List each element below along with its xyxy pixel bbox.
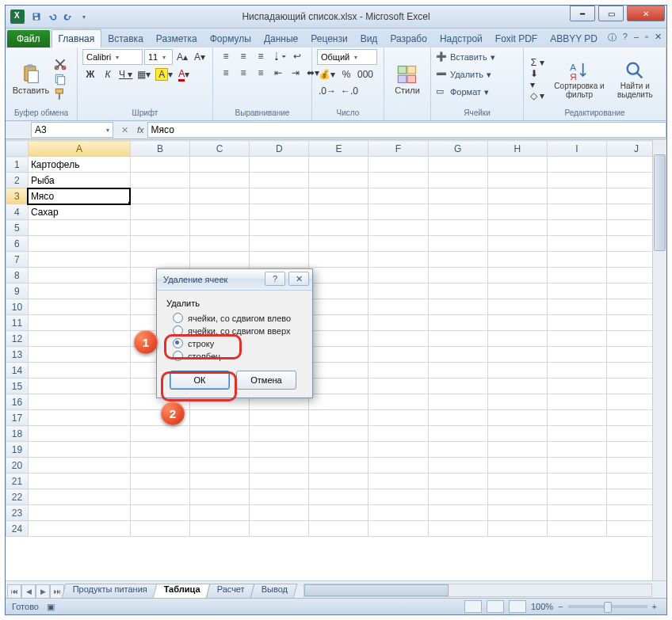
cell[interactable]: Мясо — [28, 188, 130, 204]
row-header[interactable]: 18 — [6, 426, 29, 442]
cell[interactable] — [487, 173, 547, 188]
percent-icon[interactable]: % — [338, 67, 354, 82]
column-header[interactable]: H — [487, 141, 547, 157]
cell[interactable] — [368, 283, 428, 299]
undo-icon[interactable] — [45, 10, 59, 24]
vertical-scrollbar[interactable] — [652, 140, 666, 581]
cell[interactable] — [487, 315, 547, 331]
cell[interactable]: Сахар — [28, 204, 130, 220]
cell[interactable] — [428, 426, 487, 442]
cell[interactable] — [368, 299, 428, 315]
row-header[interactable]: 24 — [6, 521, 29, 537]
copy-icon[interactable] — [53, 73, 67, 86]
dialog-close-icon[interactable]: ✕ — [288, 272, 309, 286]
cell[interactable] — [368, 426, 428, 442]
cell[interactable] — [368, 489, 428, 505]
minimize-button[interactable]: ━ — [570, 6, 595, 21]
cell[interactable] — [28, 283, 130, 299]
cell[interactable] — [428, 220, 487, 236]
dialog-titlebar[interactable]: Удаление ячеек ? ✕ — [157, 269, 312, 291]
row-header[interactable]: 9 — [6, 283, 29, 299]
cell[interactable] — [487, 521, 547, 537]
row-header[interactable]: 2 — [6, 173, 29, 188]
mdi-minimize-icon[interactable]: – — [634, 32, 639, 44]
page-layout-view-icon[interactable] — [487, 600, 504, 613]
cell[interactable] — [428, 489, 487, 505]
cell[interactable] — [547, 204, 606, 220]
cut-icon[interactable] — [53, 58, 67, 70]
align-center-icon[interactable]: ≡ — [235, 66, 251, 80]
cell[interactable] — [28, 426, 130, 442]
cell[interactable] — [487, 157, 547, 173]
cell[interactable] — [309, 331, 368, 347]
cell[interactable] — [190, 252, 250, 268]
row-header[interactable]: 21 — [6, 474, 29, 489]
cell[interactable] — [130, 220, 189, 236]
cell[interactable] — [309, 204, 368, 220]
cell[interactable]: Картофель — [28, 157, 130, 173]
cell[interactable] — [547, 410, 606, 426]
find-select-button[interactable]: Найти и выделить — [609, 58, 661, 101]
cell[interactable] — [368, 378, 428, 394]
tab-data[interactable]: Данные — [258, 30, 304, 48]
cell[interactable] — [130, 521, 189, 537]
cell[interactable] — [190, 474, 250, 489]
cell[interactable] — [309, 474, 368, 489]
ok-button[interactable]: ОК — [170, 371, 230, 390]
cell[interactable] — [309, 173, 368, 188]
row-header[interactable]: 1 — [6, 157, 29, 173]
styles-button[interactable]: Стили — [389, 62, 426, 97]
tab-nav-prev-icon[interactable]: ◀ — [21, 584, 36, 599]
cell[interactable] — [428, 505, 487, 521]
cell[interactable] — [428, 474, 487, 489]
cell[interactable] — [28, 363, 130, 378]
grow-font-icon[interactable]: A▴ — [174, 50, 190, 64]
save-icon[interactable] — [29, 10, 44, 24]
cell[interactable] — [190, 489, 250, 505]
cell[interactable] — [487, 410, 547, 426]
align-bottom-icon[interactable]: ≡ — [253, 49, 269, 63]
row-header[interactable]: 4 — [6, 204, 29, 220]
zoom-out-icon[interactable]: − — [558, 602, 563, 611]
maximize-button[interactable]: ▭ — [598, 6, 624, 21]
cell[interactable] — [309, 363, 368, 378]
cell[interactable] — [428, 204, 487, 220]
cell[interactable] — [547, 458, 606, 474]
cell[interactable] — [547, 489, 606, 505]
cell[interactable] — [547, 442, 606, 458]
tab-nav-first-icon[interactable]: ⏮ — [7, 584, 21, 599]
cell[interactable] — [309, 521, 368, 537]
cell[interactable] — [428, 363, 487, 378]
cell[interactable] — [250, 236, 309, 252]
radio-entire-row[interactable]: строку — [173, 338, 304, 348]
cell[interactable] — [250, 505, 309, 521]
align-right-icon[interactable]: ≡ — [253, 66, 269, 80]
zoom-level[interactable]: 100% — [531, 602, 553, 611]
grid[interactable]: ABCDEFGHIJ1Картофель2Рыба3Мясо4Сахар5678… — [6, 140, 666, 537]
row-header[interactable]: 5 — [6, 220, 29, 236]
cell[interactable] — [130, 252, 189, 268]
cell[interactable] — [547, 299, 606, 315]
mdi-close-icon[interactable]: ✕ — [655, 32, 662, 44]
cell[interactable] — [309, 315, 368, 331]
cancel-button[interactable]: Отмена — [236, 371, 296, 390]
cell[interactable] — [130, 173, 189, 188]
cell[interactable] — [28, 442, 130, 458]
cell[interactable] — [428, 410, 487, 426]
cell[interactable] — [250, 252, 309, 268]
cell[interactable] — [368, 458, 428, 474]
cell[interactable] — [547, 474, 606, 489]
zoom-slider[interactable] — [568, 605, 647, 608]
cell[interactable] — [190, 410, 250, 426]
radio-shift-up[interactable]: ячейки, со сдвигом вверх — [173, 325, 304, 336]
cell[interactable] — [547, 347, 606, 363]
normal-view-icon[interactable] — [464, 600, 482, 613]
redo-icon[interactable] — [61, 10, 75, 24]
cell[interactable] — [309, 442, 368, 458]
cell[interactable] — [190, 204, 250, 220]
column-header[interactable]: D — [250, 141, 309, 157]
sheet-tab[interactable]: Таблица — [153, 584, 211, 599]
cancel-formula-icon[interactable]: ✕ — [115, 125, 134, 135]
cell[interactable] — [547, 283, 606, 299]
cell[interactable] — [309, 410, 368, 426]
